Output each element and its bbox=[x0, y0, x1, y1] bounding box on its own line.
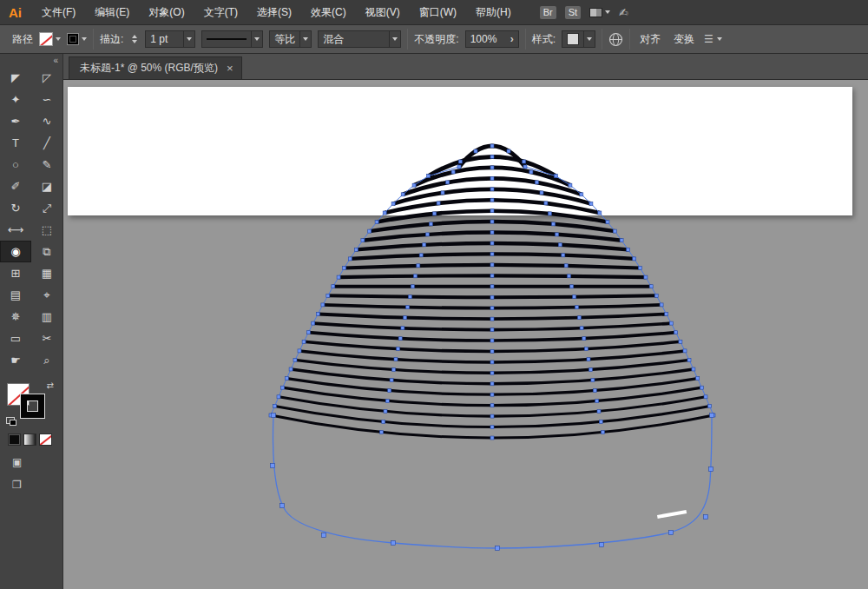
divider bbox=[407, 29, 408, 50]
step-down-icon bbox=[132, 40, 137, 43]
transform-button[interactable]: 变换 bbox=[670, 32, 698, 47]
ellipse-tool[interactable]: ○ bbox=[0, 154, 31, 175]
zoom-tool[interactable]: ⌕ bbox=[31, 349, 62, 371]
direct-selection-tool[interactable]: ◸ bbox=[31, 67, 62, 89]
drawing-mode-button[interactable]: ▣ bbox=[12, 456, 62, 468]
menu-item[interactable]: 帮助(H) bbox=[466, 0, 521, 24]
app-logo: Ai bbox=[0, 5, 32, 20]
divider bbox=[629, 29, 630, 50]
gradient-button[interactable] bbox=[23, 433, 36, 446]
tools-panel: « ◤◸✦∽✒∿T╱○✎✐◪↻⤢⟷⬚◉⧉⊞▦▤⌖✵▥▭✂☛⌕ ⇄ ▣ ❐ bbox=[0, 54, 63, 589]
control-bar: 路径 描边: 1 pt 等比 混合 bbox=[0, 24, 868, 54]
opacity-select[interactable]: 100% › bbox=[465, 30, 519, 48]
menu-item[interactable]: 选择(S) bbox=[247, 0, 301, 24]
document-area: 未标题-1* @ 50% (RGB/预览) × bbox=[63, 54, 868, 589]
divider bbox=[602, 29, 602, 50]
stroke-weight-stepper[interactable] bbox=[129, 35, 139, 43]
chevron-down-icon bbox=[187, 37, 192, 41]
scale-tool[interactable]: ⤢ bbox=[31, 197, 62, 219]
opacity-value: 100% bbox=[470, 33, 497, 45]
menu-items: 文件(F)编辑(E)对象(O)文字(T)选择(S)效果(C)视图(V)窗口(W)… bbox=[32, 0, 521, 24]
pencil-tool[interactable]: ✐ bbox=[0, 175, 31, 197]
style-label: 样式: bbox=[532, 32, 556, 47]
rotate-tool[interactable]: ↻ bbox=[0, 197, 31, 219]
selection-tool[interactable]: ◤ bbox=[0, 67, 31, 89]
menu-item[interactable]: 效果(C) bbox=[301, 0, 356, 24]
artwork-svg[interactable] bbox=[63, 80, 868, 589]
width-tool[interactable]: ⟷ bbox=[0, 219, 31, 241]
none-button[interactable] bbox=[39, 433, 52, 446]
stroke-weight-select[interactable]: 1 pt bbox=[145, 30, 195, 48]
width-profile-value: 等比 bbox=[274, 32, 295, 47]
stroke-color-select[interactable] bbox=[67, 33, 87, 45]
workspace-switcher-button[interactable] bbox=[589, 8, 610, 17]
color-mode-buttons bbox=[8, 433, 62, 446]
collapse-panel-button[interactable]: « bbox=[0, 54, 62, 67]
workspace-grid-icon bbox=[589, 8, 602, 17]
width-profile-select[interactable]: 等比 bbox=[269, 30, 312, 48]
align-button[interactable]: 对齐 bbox=[636, 32, 664, 47]
chevron-down-icon bbox=[717, 37, 722, 41]
slice-tool[interactable]: ✂ bbox=[31, 328, 62, 349]
stroke-color-swatch bbox=[67, 33, 79, 45]
close-tab-icon[interactable]: × bbox=[227, 62, 233, 75]
menu-item[interactable]: 编辑(E) bbox=[85, 0, 139, 24]
bridge-button[interactable]: Br bbox=[540, 6, 556, 19]
screen-mode-button[interactable]: ❐ bbox=[12, 479, 62, 491]
menu-item[interactable]: 文件(F) bbox=[32, 0, 85, 24]
menu-item[interactable]: 窗口(W) bbox=[410, 0, 466, 24]
stroke-weight-value: 1 pt bbox=[150, 33, 168, 45]
gradient-tool[interactable]: ▤ bbox=[0, 284, 31, 306]
share-screen-icon[interactable]: ✍ bbox=[619, 6, 628, 19]
recolor-artwork-icon[interactable] bbox=[608, 32, 623, 47]
fill-none-swatch bbox=[39, 32, 53, 46]
document-tab-title: 未标题-1* @ 50% (RGB/预览) bbox=[80, 61, 218, 76]
brush-definition-value: 混合 bbox=[323, 32, 344, 47]
line-segment-tool[interactable]: ╱ bbox=[31, 132, 62, 154]
chevron-down-icon bbox=[56, 37, 61, 41]
menu-item[interactable]: 对象(O) bbox=[139, 0, 194, 24]
menu-item[interactable]: 视图(V) bbox=[356, 0, 410, 24]
document-tab[interactable]: 未标题-1* @ 50% (RGB/预览) × bbox=[69, 56, 242, 79]
stroke-style-select[interactable] bbox=[201, 30, 263, 48]
shape-builder-tool[interactable]: ⧉ bbox=[31, 241, 62, 262]
symbol-sprayer-tool[interactable]: ✵ bbox=[0, 306, 31, 328]
tools-grid: ◤◸✦∽✒∿T╱○✎✐◪↻⤢⟷⬚◉⧉⊞▦▤⌖✵▥▭✂☛⌕ bbox=[0, 67, 62, 371]
hand-tool[interactable]: ☛ bbox=[0, 349, 31, 371]
panel-menu-button[interactable]: ☰ bbox=[704, 33, 722, 45]
divider bbox=[525, 29, 526, 50]
style-select[interactable] bbox=[562, 30, 595, 48]
step-up-icon bbox=[132, 35, 137, 38]
pen-tool[interactable]: ✒ bbox=[0, 110, 31, 132]
lasso-tool[interactable]: ∽ bbox=[31, 89, 62, 110]
free-transform-tool[interactable]: ⬚ bbox=[31, 219, 62, 241]
artboard-tool[interactable]: ▭ bbox=[0, 328, 31, 349]
stroke-color-indicator[interactable] bbox=[21, 394, 44, 418]
canvas[interactable] bbox=[63, 80, 868, 589]
menu-item[interactable]: 文字(T) bbox=[194, 0, 247, 24]
eyedropper-tool[interactable]: ⌖ bbox=[31, 284, 62, 306]
document-tab-bar: 未标题-1* @ 50% (RGB/预览) × bbox=[63, 54, 868, 80]
chevron-down-icon bbox=[82, 37, 87, 41]
paintbrush-tool[interactable]: ✎ bbox=[31, 154, 62, 175]
curvature-tool[interactable]: ∿ bbox=[31, 110, 62, 132]
chevron-down-icon bbox=[587, 37, 592, 41]
brush-definition-select[interactable]: 混合 bbox=[318, 30, 401, 48]
perspective-grid-tool[interactable]: ⊞ bbox=[0, 262, 31, 284]
style-swatch bbox=[567, 33, 579, 45]
type-tool[interactable]: T bbox=[0, 132, 31, 154]
stock-button[interactable]: St bbox=[565, 6, 581, 19]
default-fill-stroke-icon[interactable] bbox=[6, 417, 15, 424]
selection-type-label: 路径 bbox=[12, 32, 33, 47]
color-button[interactable] bbox=[8, 433, 21, 446]
swap-fill-stroke-icon[interactable]: ⇄ bbox=[47, 381, 54, 390]
column-graph-tool[interactable]: ▥ bbox=[31, 306, 62, 328]
flyout-arrow-icon: › bbox=[506, 33, 518, 45]
eraser-tool[interactable]: ◪ bbox=[31, 175, 62, 197]
blend-tool[interactable]: ◉ bbox=[0, 241, 31, 262]
opacity-label: 不透明度: bbox=[414, 32, 458, 47]
magic-wand-tool[interactable]: ✦ bbox=[0, 89, 31, 110]
mesh-tool[interactable]: ▦ bbox=[31, 262, 62, 284]
fill-stroke-widget: ⇄ bbox=[7, 383, 52, 421]
fill-color-select[interactable] bbox=[39, 32, 61, 46]
